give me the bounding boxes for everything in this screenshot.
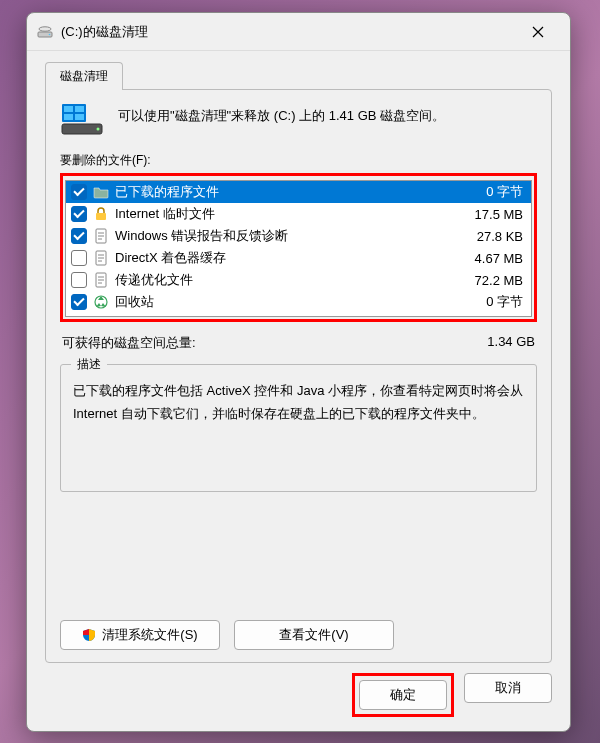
description-group: 描述 已下载的程序文件包括 ActiveX 控件和 Java 小程序，你查看特定…: [60, 364, 537, 492]
window-title: (C:)的磁盘清理: [61, 23, 148, 41]
intro-text: 可以使用"磁盘清理"来释放 (C:) 上的 1.41 GB 磁盘空间。: [118, 102, 445, 127]
file-label: 回收站: [115, 293, 480, 311]
lock-icon: [93, 206, 109, 222]
shield-icon: [82, 628, 96, 642]
tab-disk-cleanup[interactable]: 磁盘清理: [45, 62, 123, 90]
file-checkbox[interactable]: [71, 294, 87, 310]
svg-point-2: [49, 33, 51, 35]
svg-rect-5: [75, 106, 84, 112]
file-size: 17.5 MB: [475, 207, 523, 222]
file-size: 4.67 MB: [475, 251, 523, 266]
doc-icon: [93, 250, 109, 266]
file-row[interactable]: Internet 临时文件17.5 MB: [66, 203, 531, 225]
tab-content: 可以使用"磁盘清理"来释放 (C:) 上的 1.41 GB 磁盘空间。 要删除的…: [45, 89, 552, 663]
file-label: Windows 错误报告和反馈诊断: [115, 227, 471, 245]
folder-icon: [93, 184, 109, 200]
description-text: 已下载的程序文件包括 ActiveX 控件和 Java 小程序，你查看特定网页时…: [73, 379, 524, 479]
file-size: 72.2 MB: [475, 273, 523, 288]
file-label: Internet 临时文件: [115, 205, 469, 223]
file-size: 0 字节: [486, 293, 523, 311]
highlight-box-files: 已下载的程序文件0 字节Internet 临时文件17.5 MBWindows …: [60, 173, 537, 322]
file-checkbox[interactable]: [71, 228, 87, 244]
disk-cleanup-window: (C:)的磁盘清理 磁盘清理: [26, 12, 571, 732]
file-label: DirectX 着色器缓存: [115, 249, 469, 267]
file-row[interactable]: DirectX 着色器缓存4.67 MB: [66, 247, 531, 269]
file-checkbox[interactable]: [71, 272, 87, 288]
close-button[interactable]: [516, 17, 560, 47]
recycle-icon: [93, 294, 109, 310]
total-space-value: 1.34 GB: [487, 334, 535, 352]
svg-rect-6: [64, 114, 73, 120]
ok-button[interactable]: 确定: [359, 680, 447, 710]
view-files-button[interactable]: 查看文件(V): [234, 620, 394, 650]
svg-rect-8: [62, 124, 102, 134]
file-size: 27.8 KB: [477, 229, 523, 244]
doc-icon: [93, 228, 109, 244]
file-checkbox[interactable]: [71, 184, 87, 200]
disk-cleanup-icon: [60, 102, 104, 138]
cancel-button[interactable]: 取消: [464, 673, 552, 703]
description-title: 描述: [71, 356, 107, 373]
dialog-footer: 确定 取消: [27, 663, 570, 731]
total-space-label: 可获得的磁盘空间总量:: [62, 334, 196, 352]
svg-point-1: [39, 26, 51, 30]
svg-rect-7: [75, 114, 84, 120]
file-row[interactable]: Windows 错误报告和反馈诊断27.8 KB: [66, 225, 531, 247]
file-checkbox[interactable]: [71, 250, 87, 266]
file-list[interactable]: 已下载的程序文件0 字节Internet 临时文件17.5 MBWindows …: [65, 180, 532, 317]
svg-point-9: [97, 128, 100, 131]
file-checkbox[interactable]: [71, 206, 87, 222]
file-row[interactable]: 传递优化文件72.2 MB: [66, 269, 531, 291]
file-label: 传递优化文件: [115, 271, 469, 289]
cleanup-system-files-button[interactable]: 清理系统文件(S): [60, 620, 220, 650]
highlight-box-ok: 确定: [352, 673, 454, 717]
dialog-body: 磁盘清理 可以使用"磁盘清理"来释放 (C:) 上的 1.41 GB 磁盘空间。: [27, 51, 570, 663]
file-label: 已下载的程序文件: [115, 183, 480, 201]
titlebar[interactable]: (C:)的磁盘清理: [27, 13, 570, 51]
svg-rect-10: [96, 213, 106, 220]
drive-icon: [37, 24, 53, 40]
svg-rect-4: [64, 106, 73, 112]
doc-icon: [93, 272, 109, 288]
file-size: 0 字节: [486, 183, 523, 201]
file-row[interactable]: 已下载的程序文件0 字节: [66, 181, 531, 203]
file-row[interactable]: 回收站0 字节: [66, 291, 531, 313]
files-to-delete-label: 要删除的文件(F):: [60, 152, 537, 169]
